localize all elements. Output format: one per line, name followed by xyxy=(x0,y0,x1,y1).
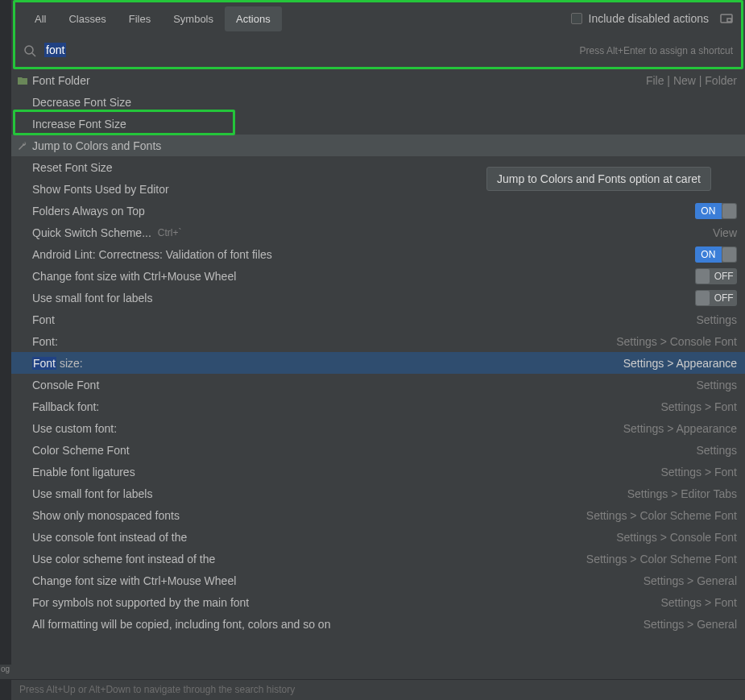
result-context: Settings > Font xyxy=(660,596,737,609)
result-label: Reset Font Size xyxy=(32,161,113,174)
wrench-icon xyxy=(16,139,29,152)
result-increase-font-size[interactable]: Increase Font Size xyxy=(11,113,745,135)
result-context: Settings > Color Scheme Font xyxy=(586,553,737,565)
result-label: Font size: xyxy=(32,357,83,370)
checkbox-icon xyxy=(571,13,582,24)
result-label: For symbols not supported by the main fo… xyxy=(32,596,249,609)
toggle-knob xyxy=(696,269,710,284)
result-context: Settings > Editor Tabs xyxy=(627,487,737,500)
tab-bar: All Classes Files Symbols Actions Includ… xyxy=(15,2,741,35)
result-use-custom-font[interactable]: Use custom font: Settings > Appearance xyxy=(11,417,745,439)
result-label: Font: xyxy=(32,335,58,348)
result-label: Folders Always on Top xyxy=(32,205,145,217)
result-symbols-not-supported[interactable]: For symbols not supported by the main fo… xyxy=(11,591,745,613)
svg-line-3 xyxy=(32,53,35,56)
result-font-console[interactable]: Font: Settings > Console Font xyxy=(11,330,745,352)
result-console-font[interactable]: Console Font Settings xyxy=(11,374,745,396)
search-row: font Press Alt+Enter to assign a shortcu… xyxy=(15,35,741,67)
toggle-label: OFF xyxy=(710,268,737,284)
result-decrease-font-size[interactable]: Decrease Font Size xyxy=(11,91,745,113)
result-label: Jump to Colors and Fonts xyxy=(32,139,161,152)
pin-icon[interactable] xyxy=(720,13,733,24)
toggle-label: ON xyxy=(695,246,722,263)
toggle-label: ON xyxy=(695,203,722,219)
result-context: Settings > General xyxy=(644,618,737,631)
toggle-knob xyxy=(696,291,710,305)
result-change-font-wheel[interactable]: Change font size with Ctrl+Mouse Wheel O… xyxy=(11,265,745,287)
result-label: Show Fonts Used by Editor xyxy=(32,183,169,196)
bottom-gutter-label: og xyxy=(0,665,11,679)
result-context: Settings > Font xyxy=(660,400,737,413)
result-jump-colors-fonts[interactable]: Jump to Colors and Fonts xyxy=(11,135,745,156)
toggle-off[interactable]: OFF xyxy=(695,290,737,306)
result-font-settings[interactable]: Font Settings xyxy=(11,309,745,330)
search-input[interactable]: font xyxy=(44,43,67,57)
result-label: Change font size with Ctrl+Mouse Wheel xyxy=(32,270,236,283)
result-shortcut: Ctrl+` xyxy=(158,227,182,238)
result-context: View xyxy=(713,226,737,239)
result-label: Quick Switch Scheme... xyxy=(32,226,151,239)
result-context: Settings > General xyxy=(644,574,737,587)
include-disabled-label: Include disabled actions xyxy=(589,12,709,25)
result-console-font-instead[interactable]: Use console font instead of the Settings… xyxy=(11,526,745,548)
result-folders-on-top[interactable]: Folders Always on Top ON xyxy=(11,200,745,222)
result-label: Console Font xyxy=(32,379,99,391)
shortcut-hint: Press Alt+Enter to assign a shortcut xyxy=(580,45,733,56)
result-change-font-wheel-2[interactable]: Change font size with Ctrl+Mouse Wheel S… xyxy=(11,570,745,591)
result-context: Settings > Font xyxy=(660,466,737,478)
result-label: Increase Font Size xyxy=(32,118,126,130)
search-icon xyxy=(23,44,36,57)
result-label: All formatting will be copied, including… xyxy=(32,618,330,631)
result-label: Show only monospaced fonts xyxy=(32,509,180,522)
result-quick-switch-scheme[interactable]: Quick Switch Scheme... Ctrl+` View xyxy=(11,222,745,243)
result-label: Use small font for labels xyxy=(32,487,152,500)
result-scheme-font-instead[interactable]: Use color scheme font instead of the Set… xyxy=(11,548,745,570)
include-disabled-checkbox[interactable]: Include disabled actions xyxy=(571,12,709,25)
result-label: Decrease Font Size xyxy=(32,96,131,109)
result-android-lint-fonts[interactable]: Android Lint: Correctness: Validation of… xyxy=(11,243,745,265)
result-small-font-labels-2[interactable]: Use small font for labels Settings > Edi… xyxy=(11,483,745,504)
tab-symbols[interactable]: Symbols xyxy=(162,6,225,31)
search-value: font xyxy=(44,43,66,57)
result-small-font-labels[interactable]: Use small font for labels OFF xyxy=(11,287,745,309)
search-everywhere-dialog: All Classes Files Symbols Actions Includ… xyxy=(11,0,745,700)
result-font-size[interactable]: Font size: Settings > Appearance xyxy=(11,352,745,374)
svg-rect-1 xyxy=(727,19,731,22)
result-context: File | New | Folder xyxy=(646,74,737,87)
result-label: Use small font for labels xyxy=(32,292,152,304)
result-context: Settings > Color Scheme Font xyxy=(586,509,737,522)
toggle-knob xyxy=(722,204,736,218)
result-color-scheme-font[interactable]: Color Scheme Font Settings xyxy=(11,439,745,461)
result-all-formatting[interactable]: All formatting will be copied, including… xyxy=(11,613,745,635)
tooltip: Jump to Colors and Fonts option at caret xyxy=(486,167,711,191)
result-label: Fallback font: xyxy=(32,400,99,413)
result-font-folder[interactable]: Font Folder File | New | Folder xyxy=(11,69,745,91)
toggle-label: OFF xyxy=(710,290,737,306)
result-enable-ligatures[interactable]: Enable font ligatures Settings > Font xyxy=(11,461,745,483)
result-label: Use console font instead of the xyxy=(32,531,187,544)
editor-gutter xyxy=(0,0,11,700)
result-label: Use custom font: xyxy=(32,422,117,435)
result-fallback-font[interactable]: Fallback font: Settings > Font xyxy=(11,396,745,417)
result-context: Settings xyxy=(696,379,737,391)
toggle-on[interactable]: ON xyxy=(695,246,737,263)
result-label: Font xyxy=(32,313,55,326)
result-label: Color Scheme Font xyxy=(32,444,130,457)
result-context: Settings > Appearance xyxy=(623,357,737,370)
result-context: Settings > Appearance xyxy=(623,422,737,435)
toggle-on[interactable]: ON xyxy=(695,203,737,219)
results-list: Font Folder File | New | Folder Decrease… xyxy=(11,69,745,635)
tab-files[interactable]: Files xyxy=(118,6,162,31)
result-label: Font Folder xyxy=(32,74,90,87)
result-context: Settings > Console Font xyxy=(616,531,737,544)
result-context: Settings > Console Font xyxy=(616,335,737,348)
result-monospaced-fonts[interactable]: Show only monospaced fonts Settings > Co… xyxy=(11,504,745,526)
tab-classes[interactable]: Classes xyxy=(57,6,117,31)
toggle-off[interactable]: OFF xyxy=(695,268,737,284)
result-label: Android Lint: Correctness: Validation of… xyxy=(32,248,272,261)
result-label: Use color scheme font instead of the xyxy=(32,553,215,565)
tab-actions[interactable]: Actions xyxy=(225,6,282,31)
result-context: Settings xyxy=(696,313,737,326)
tab-all[interactable]: All xyxy=(23,6,57,31)
footer-hint: Press Alt+Up or Alt+Down to navigate thr… xyxy=(11,679,745,700)
